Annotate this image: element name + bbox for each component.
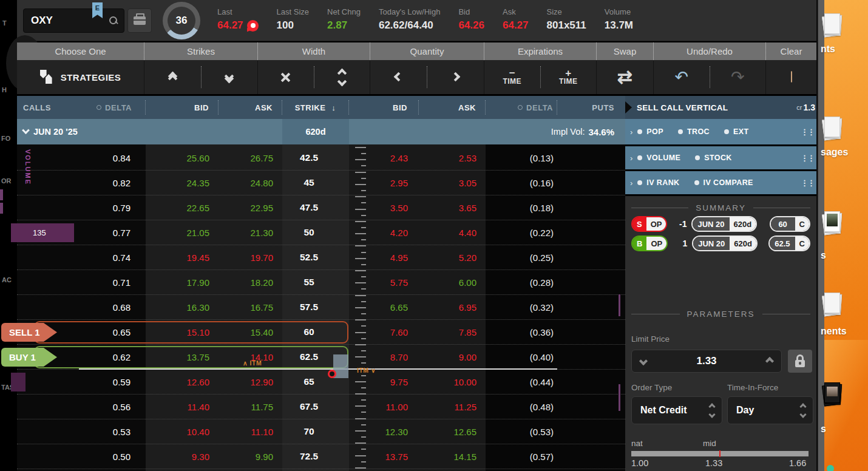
search-icon[interactable] [109, 16, 118, 25]
width-narrow-button[interactable] [274, 63, 298, 92]
put-ask-cell[interactable]: 5.20 [419, 245, 486, 269]
desktop-icon-photos-dark[interactable] [823, 382, 844, 409]
side-action-pill[interactable]: SOP [631, 216, 667, 232]
call-bid-cell[interactable]: 17.90 [146, 270, 219, 294]
quantity-down-button[interactable] [387, 63, 411, 92]
call-ask-cell[interactable]: 11.75 [219, 395, 282, 419]
strikes-down-button[interactable] [217, 63, 242, 92]
strip-expand-icon[interactable]: › [630, 127, 632, 137]
put-ask-cell[interactable]: 10.00 [419, 370, 486, 394]
leg-quantity[interactable]: 1 [668, 239, 687, 248]
put-ask-cell[interactable]: 6.00 [419, 270, 486, 294]
call-ask-cell[interactable]: 16.75 [219, 295, 282, 319]
call-ask-cell[interactable]: 21.30 [219, 220, 282, 245]
leg-quantity[interactable]: -1 [667, 219, 687, 229]
analysis-strip[interactable]: ›POPTROCEXT⋮⋮ [625, 119, 816, 144]
put-bid-cell[interactable]: 12.30 [349, 419, 419, 444]
strip-toggle-iv-compare[interactable]: IV COMPARE [694, 178, 753, 187]
call-bid-cell[interactable]: 12.60 [146, 370, 219, 394]
decrease-price-icon[interactable] [639, 357, 648, 365]
side-action-pill[interactable]: BOP [631, 235, 668, 251]
increase-price-icon[interactable] [765, 357, 774, 365]
strip-toggle-pop[interactable]: POP [637, 127, 663, 136]
put-bid-cell[interactable]: 3.50 [349, 195, 419, 220]
strip-expand-icon[interactable]: › [630, 178, 632, 188]
put-ask-cell[interactable]: 2.53 [419, 146, 486, 170]
iv-gauge[interactable]: 36 [163, 2, 200, 39]
call-ask-cell[interactable]: 11.10 [219, 419, 282, 444]
leg-strike-pill[interactable]: 62.5C [768, 235, 810, 251]
call-bid-cell[interactable]: 13.75 [146, 345, 219, 369]
clear-button[interactable] [779, 63, 804, 92]
put-ask-cell[interactable]: 7.85 [419, 320, 486, 344]
strike-cell[interactable]: 45 [282, 171, 349, 195]
strike-cell[interactable]: 47.5 [282, 195, 349, 220]
chat-bubble-icon[interactable] [247, 20, 259, 32]
portfolio-button[interactable] [127, 8, 152, 33]
call-ask-cell[interactable]: 19.70 [219, 245, 282, 269]
strike-cell[interactable]: 52.5 [282, 245, 349, 269]
call-ask-cell[interactable]: 22.95 [219, 195, 282, 220]
plus-time-button[interactable]: +TIME [556, 63, 580, 92]
call-bid-cell[interactable]: 22.65 [146, 195, 219, 220]
call-bid-cell[interactable]: 25.60 [146, 146, 219, 170]
kebab-menu-icon[interactable]: ⋮⋮ [801, 154, 814, 163]
order-panel-header[interactable]: SELL CALL VERTICAL cr 1.3 [625, 96, 816, 119]
width-widen-button[interactable] [330, 63, 354, 92]
call-ask-cell[interactable]: 12.90 [219, 370, 282, 394]
strip-toggle-troc[interactable]: TROC [678, 127, 710, 136]
header-calls-ask[interactable]: ASK [255, 103, 273, 112]
leg-strike-pill[interactable]: 60C [770, 216, 810, 232]
header-puts-bid[interactable]: BID [393, 103, 407, 112]
symbol-input[interactable]: OXY [24, 15, 109, 27]
call-ask-cell[interactable]: 9.90 [219, 444, 282, 469]
kebab-menu-icon[interactable]: ⋮⋮ [801, 127, 814, 137]
desktop-icon-papers[interactable] [823, 13, 844, 40]
put-bid-cell[interactable]: 2.95 [349, 171, 419, 195]
leg-expiration-pill[interactable]: JUN 20620d [691, 216, 757, 232]
quantity-up-button[interactable] [444, 63, 468, 92]
redo-button[interactable]: ↷ [725, 63, 750, 92]
put-ask-cell[interactable]: 3.05 [419, 171, 486, 195]
tif-select[interactable]: Day [727, 396, 813, 424]
swap-button[interactable]: ⇄ [613, 63, 637, 92]
put-ask-cell[interactable]: 11.25 [419, 395, 486, 419]
analysis-strip[interactable]: ›IV RANKIV COMPARE⋮⋮ [625, 171, 816, 194]
price-slider[interactable] [631, 451, 809, 456]
call-bid-cell[interactable]: 24.35 [146, 171, 219, 195]
put-ask-cell[interactable]: 6.95 [419, 295, 486, 319]
call-bid-cell[interactable]: 11.40 [146, 395, 219, 419]
call-ask-cell[interactable]: 15.40 [219, 320, 282, 344]
call-bid-cell[interactable]: 10.40 [146, 419, 219, 444]
put-ask-cell[interactable]: 4.40 [419, 220, 486, 245]
strike-cell[interactable]: 55 [282, 270, 349, 294]
leg-expiration-pill[interactable]: JUN 20620d [692, 235, 758, 251]
strike-cell[interactable]: 67.5 [282, 395, 349, 419]
call-bid-cell[interactable]: 21.05 [146, 220, 219, 245]
put-bid-cell[interactable]: 2.43 [349, 146, 419, 170]
strike-cell[interactable]: 50 [282, 220, 349, 245]
header-calls-bid[interactable]: BID [194, 103, 209, 112]
header-calls-delta[interactable]: DELTA [97, 103, 145, 112]
expiration-group-row[interactable]: JUN 20 '25 620d Impl Vol:34.6% [17, 119, 625, 144]
strip-toggle-iv-rank[interactable]: IV RANK [637, 178, 679, 187]
strip-toggle-volume[interactable]: VOLUME [637, 154, 680, 162]
strategies-button[interactable]: STRATEGIES [40, 63, 121, 92]
sort-descending-icon[interactable]: ↓ [331, 103, 336, 112]
strip-toggle-ext[interactable]: EXT [724, 127, 749, 136]
call-ask-cell[interactable]: 18.20 [219, 270, 282, 294]
call-ask-cell[interactable]: 26.75 [219, 146, 282, 170]
panel-collapse-icon[interactable] [625, 101, 632, 114]
call-bid-cell[interactable]: 9.30 [146, 444, 219, 469]
undo-button[interactable]: ↶ [670, 63, 694, 92]
put-ask-cell[interactable]: 9.00 [419, 345, 486, 369]
kebab-menu-icon[interactable]: ⋮⋮ [801, 178, 814, 188]
call-bid-cell[interactable]: 19.45 [146, 245, 219, 269]
header-puts-ask[interactable]: ASK [458, 103, 476, 112]
strike-cell[interactable]: 70 [282, 419, 349, 444]
strip-toggle-stock[interactable]: STOCK [695, 154, 732, 162]
desktop-icon-photos[interactable] [823, 211, 844, 238]
order-type-select[interactable]: Net Credit [631, 396, 722, 424]
strip-expand-icon[interactable]: › [630, 154, 632, 163]
header-puts-delta[interactable]: DELTA [518, 103, 553, 112]
